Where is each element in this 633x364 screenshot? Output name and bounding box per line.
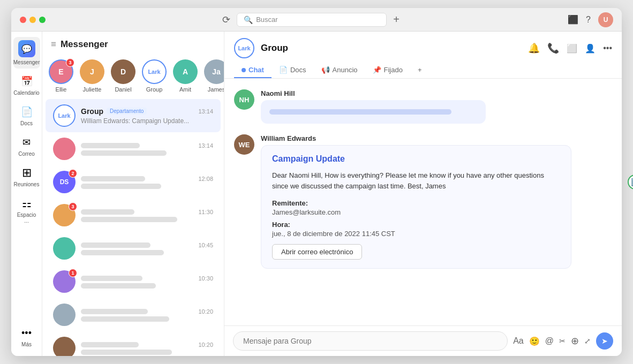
sidebar-item-mail[interactable]: ✉ Correo xyxy=(13,132,40,160)
chat-header-top: Lark Group 🔔 📞 ⬜ 👤 ••• xyxy=(234,38,612,58)
conv-info-6: 10:30 xyxy=(81,275,213,289)
tab-fijado[interactable]: 📌 Fijado xyxy=(365,63,410,78)
conv-item-8[interactable]: 10:20 xyxy=(46,331,221,356)
conv-preview-8 xyxy=(81,350,172,355)
phone-icon[interactable]: 📞 xyxy=(547,42,559,54)
docs-tab-icon: 📄 xyxy=(279,66,288,74)
space-icon: ⚏ xyxy=(19,196,34,211)
hora-label: Hora: xyxy=(272,221,560,229)
close-button[interactable] xyxy=(20,17,26,23)
conv-top-group: Group Departamento 13:14 xyxy=(81,107,213,116)
conv-item-group[interactable]: Lark Group Departamento 13:14 William Ed… xyxy=(46,99,221,132)
sidebar-icons: 💬 Messenger 📅 Calendario 📄 Docs ✉ Correo… xyxy=(11,32,42,356)
tab-add[interactable]: + xyxy=(410,63,429,78)
conv-top-7: 10:20 xyxy=(81,308,213,315)
sidebar-item-docs[interactable]: 📄 Docs xyxy=(13,101,40,130)
conv-time-6: 10:30 xyxy=(198,275,213,282)
story-juliette[interactable]: J Juliette xyxy=(80,59,104,93)
notification-icon[interactable]: 🔔 xyxy=(528,42,540,54)
minimize-button[interactable] xyxy=(29,17,36,23)
emoji-icon[interactable]: 🙂 xyxy=(529,336,540,346)
conv-header-title: Messenger xyxy=(61,39,108,50)
dept-badge: Departamento xyxy=(107,108,147,115)
tab-chat[interactable]: Chat xyxy=(234,63,272,78)
story-avatar-juliette: J xyxy=(80,59,104,84)
msg-content-naomi: Naomi Hill ℹ️ xyxy=(261,89,612,124)
story-daniel[interactable]: D Daniel xyxy=(111,59,135,93)
expand-compose-icon[interactable]: ⤢ xyxy=(584,337,591,345)
story-name-amit: Amit xyxy=(179,86,191,93)
conv-avatar-2 xyxy=(53,138,76,160)
conv-name-placeholder-3 xyxy=(81,176,145,181)
add-tab-button[interactable]: + xyxy=(393,13,400,26)
conv-preview-2 xyxy=(81,150,167,156)
conv-info-2: 13:14 xyxy=(81,142,213,156)
email-title: Campaign Update xyxy=(272,154,560,164)
send-button[interactable]: ➤ xyxy=(596,332,613,350)
message-input[interactable] xyxy=(233,331,508,351)
chat-header-left: Lark Group xyxy=(234,38,288,58)
conv-preview-6 xyxy=(81,283,156,289)
conv-top-3: 12:08 xyxy=(81,176,213,182)
conv-avatar-4: 3 xyxy=(53,204,76,226)
conv-info-group: Group Departamento 13:14 William Edwards… xyxy=(81,107,213,125)
sidebar-item-more[interactable]: ••• Más xyxy=(13,322,40,351)
screen-share-icon[interactable]: ⬛ xyxy=(568,14,578,25)
conv-info-5: 10:45 xyxy=(81,242,213,255)
story-james[interactable]: Ja James xyxy=(204,59,224,93)
mention-icon[interactable]: @ xyxy=(545,336,554,346)
conv-item-5[interactable]: 10:45 xyxy=(46,232,221,265)
sidebar-item-calendar[interactable]: 📅 Calendario xyxy=(13,71,40,99)
story-group[interactable]: Lark Group xyxy=(142,59,167,93)
help-icon[interactable]: ? xyxy=(586,15,591,25)
conv-time-3: 12:08 xyxy=(198,176,213,182)
expand-icon[interactable]: ⬜ xyxy=(567,43,577,54)
tab-anuncio[interactable]: 📢 Anuncio xyxy=(314,63,365,78)
sidebar-item-meetings[interactable]: ⊞ Reuniones xyxy=(13,162,40,191)
message-input-actions: Aa 🙂 @ ✂ ⊕ ⤢ ➤ xyxy=(513,332,613,350)
sidebar-item-space[interactable]: ⚏ Espacio ... xyxy=(13,193,40,227)
scissors-icon[interactable]: ✂ xyxy=(559,337,566,345)
conv-list-header: ≡ Messenger xyxy=(42,32,224,55)
conv-items-scroll: Lark Group Departamento 13:14 William Ed… xyxy=(42,99,224,356)
conv-top-5: 10:45 xyxy=(81,242,213,248)
conv-item-6[interactable]: 1 10:30 xyxy=(46,265,221,298)
conv-item-4[interactable]: 3 11:30 xyxy=(46,199,221,232)
conv-avatar-8 xyxy=(53,337,76,356)
msg-avatar-william: WE xyxy=(234,134,254,155)
search-icon: 🔍 xyxy=(244,16,253,24)
add-attachment-icon[interactable]: ⊕ xyxy=(571,335,579,347)
conv-avatar-3: DS 2 xyxy=(53,171,76,193)
email-card: Campaign Update Dear Naomi Hill, How is … xyxy=(261,145,571,269)
user-avatar[interactable]: U xyxy=(598,12,613,27)
maximize-button[interactable] xyxy=(39,17,46,23)
conv-item-2[interactable]: 13:14 xyxy=(46,132,221,165)
conv-avatar-7 xyxy=(53,304,76,326)
open-email-button[interactable]: Abrir correo electrónico xyxy=(272,244,362,260)
typing-container: ℹ️ xyxy=(261,100,612,124)
search-bar[interactable]: 🔍 Buscar xyxy=(237,13,387,27)
chat-title: Group xyxy=(261,43,288,54)
tab-anuncio-label: Anuncio xyxy=(333,66,358,74)
story-name-daniel: Daniel xyxy=(115,86,131,93)
conv-time-group: 13:14 xyxy=(198,108,213,115)
sidebar-docs-label: Docs xyxy=(20,120,33,126)
conv-item-7[interactable]: 10:20 xyxy=(46,298,221,331)
anuncio-tab-icon: 📢 xyxy=(321,66,330,74)
sidebar-item-messenger[interactable]: 💬 Messenger xyxy=(13,37,40,69)
story-ellie[interactable]: E 3 Ellie xyxy=(49,59,73,93)
story-avatar-wrap-ellie: E 3 xyxy=(49,59,73,84)
story-amit[interactable]: A Amit xyxy=(173,59,198,93)
font-format-icon[interactable]: Aa xyxy=(513,336,524,346)
conv-item-3[interactable]: DS 2 12:08 xyxy=(46,165,221,199)
conv-top-2: 13:14 xyxy=(81,142,213,149)
meetings-icon: ⊞ xyxy=(19,165,34,180)
history-icon[interactable]: ⟳ xyxy=(222,14,230,26)
add-member-icon[interactable]: 👤 xyxy=(585,43,596,54)
more-icon: ••• xyxy=(19,325,34,340)
sidebar-meetings-label: Reuniones xyxy=(14,181,40,187)
more-options-icon[interactable]: ••• xyxy=(603,43,612,53)
story-row: E 3 Ellie J Juliette D Daniel xyxy=(42,55,224,99)
tab-docs[interactable]: 📄 Docs xyxy=(272,63,314,78)
tab-add-label: + xyxy=(418,66,422,74)
